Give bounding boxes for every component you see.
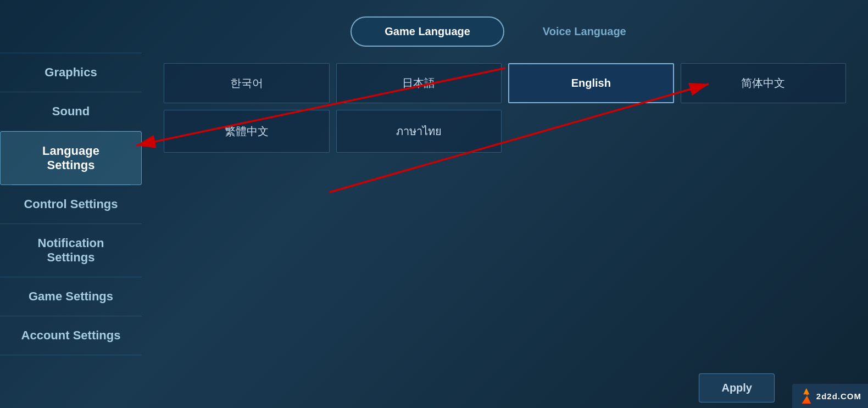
sidebar-label-sound: Sound — [52, 104, 90, 118]
sidebar-label-control-settings: Control Settings — [24, 197, 118, 211]
lang-label-simplified-chinese: 简体中文 — [741, 77, 785, 89]
lang-btn-japanese[interactable]: 日本語 — [336, 63, 502, 103]
sidebar-item-language-settings[interactable]: LanguageSettings — [0, 131, 142, 185]
sidebar-item-account-settings[interactable]: Account Settings — [0, 316, 142, 355]
apply-button[interactable]: Apply — [699, 373, 775, 403]
sidebar: Graphics Sound LanguageSettings Control … — [0, 0, 142, 408]
apply-label: Apply — [721, 382, 752, 394]
tab-game-language-label: Game Language — [385, 25, 470, 37]
lang-label-korean: 한국어 — [230, 77, 263, 89]
sidebar-item-game-settings[interactable]: Game Settings — [0, 277, 142, 316]
lang-btn-simplified-chinese[interactable]: 简体中文 — [681, 63, 847, 103]
lang-label-english: English — [571, 77, 611, 89]
sidebar-label-language-settings: LanguageSettings — [42, 144, 99, 172]
tab-voice-language[interactable]: Voice Language — [510, 16, 659, 47]
lang-btn-thai[interactable]: ภาษาไทย — [336, 110, 502, 153]
watermark-text: 2d2d.COM — [816, 392, 861, 401]
tab-bar: Game Language Voice Language — [164, 16, 846, 47]
sidebar-item-notification-settings[interactable]: NotificationSettings — [0, 224, 142, 277]
sidebar-label-account-settings: Account Settings — [21, 328, 121, 342]
lang-label-thai: ภาษาไทย — [396, 125, 442, 137]
language-grid: 한국어 日本語 English 简体中文 繁體中文 ภาษาไทย — [164, 63, 846, 153]
lang-btn-traditional-chinese[interactable]: 繁體中文 — [164, 110, 330, 153]
watermark: 2d2d.COM — [792, 384, 868, 408]
tab-voice-language-label: Voice Language — [543, 25, 626, 37]
lang-label-traditional-chinese: 繁體中文 — [225, 125, 269, 137]
lang-btn-korean[interactable]: 한국어 — [164, 63, 330, 103]
sidebar-label-notification-settings: NotificationSettings — [38, 236, 104, 264]
sidebar-item-graphics[interactable]: Graphics — [0, 53, 142, 92]
lang-label-japanese: 日本語 — [402, 77, 435, 89]
fire-icon — [799, 388, 814, 404]
tab-game-language[interactable]: Game Language — [350, 16, 504, 47]
sidebar-item-control-settings[interactable]: Control Settings — [0, 185, 142, 224]
lang-btn-english[interactable]: English — [508, 63, 674, 103]
sidebar-item-sound[interactable]: Sound — [0, 92, 142, 131]
main-content: Game Language Voice Language 한국어 日本語 Eng… — [142, 0, 868, 408]
sidebar-label-graphics: Graphics — [44, 65, 97, 79]
sidebar-label-game-settings: Game Settings — [29, 289, 113, 303]
